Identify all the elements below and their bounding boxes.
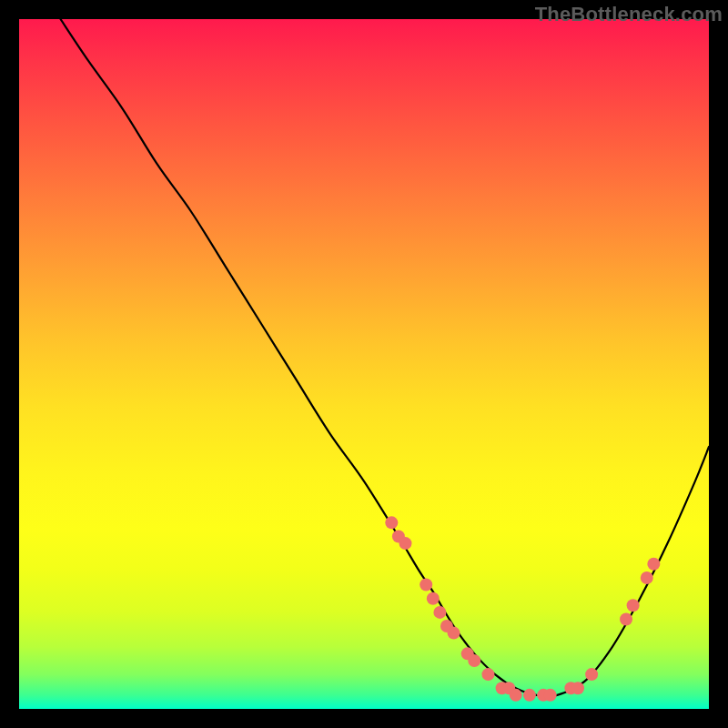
- marker-dot: [385, 516, 398, 529]
- marker-dot: [399, 537, 411, 550]
- marker-dot: [481, 668, 494, 681]
- marker-group: [385, 516, 660, 702]
- marker-dot: [585, 668, 598, 681]
- marker-dot: [544, 689, 557, 702]
- marker-dot: [641, 571, 653, 584]
- marker-dot: [620, 612, 632, 625]
- bottleneck-curve: [60, 19, 709, 696]
- marker-dot: [427, 592, 440, 605]
- marker-dot: [433, 606, 446, 619]
- chart-svg: [19, 19, 709, 709]
- marker-dot: [420, 579, 432, 592]
- chart-frame: [19, 19, 709, 709]
- plot-area: [19, 19, 709, 709]
- marker-dot: [647, 558, 660, 571]
- marker-dot: [448, 627, 460, 640]
- marker-dot: [571, 682, 584, 694]
- watermark-text: TheBottleneck.com: [535, 3, 723, 26]
- marker-dot: [627, 599, 640, 612]
- marker-dot: [510, 689, 522, 702]
- marker-dot: [523, 689, 536, 702]
- marker-dot: [468, 654, 480, 667]
